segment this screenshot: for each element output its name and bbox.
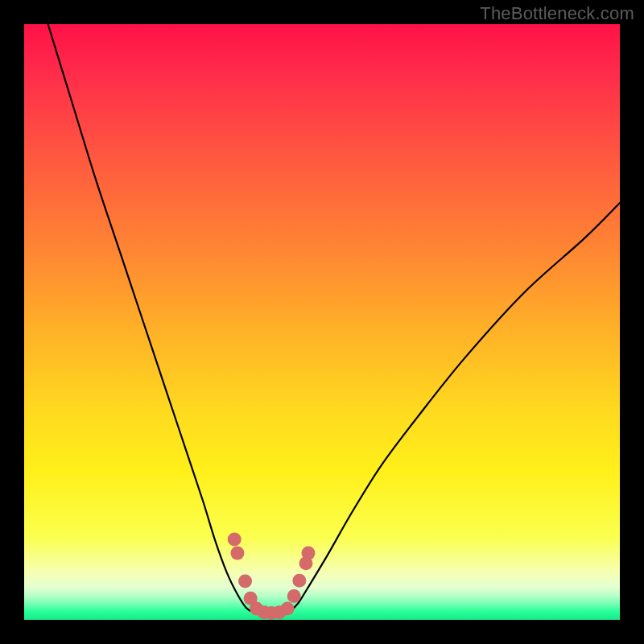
- series-left-curve: [48, 24, 254, 612]
- marker-dot: [287, 589, 301, 603]
- marker-dot: [228, 533, 242, 547]
- marker-dot: [281, 601, 295, 615]
- marker-dot: [301, 547, 315, 560]
- series-right-curve: [289, 203, 620, 612]
- chart-frame: TheBottleneck.com: [0, 0, 644, 644]
- plot-area: [24, 24, 620, 620]
- marker-dot: [238, 574, 252, 588]
- watermark-text: TheBottleneck.com: [480, 3, 634, 24]
- marker-layer: [228, 533, 316, 620]
- marker-dot: [230, 547, 244, 560]
- curve-layer: [48, 24, 620, 613]
- marker-dot: [292, 574, 306, 588]
- chart-svg: [24, 24, 620, 620]
